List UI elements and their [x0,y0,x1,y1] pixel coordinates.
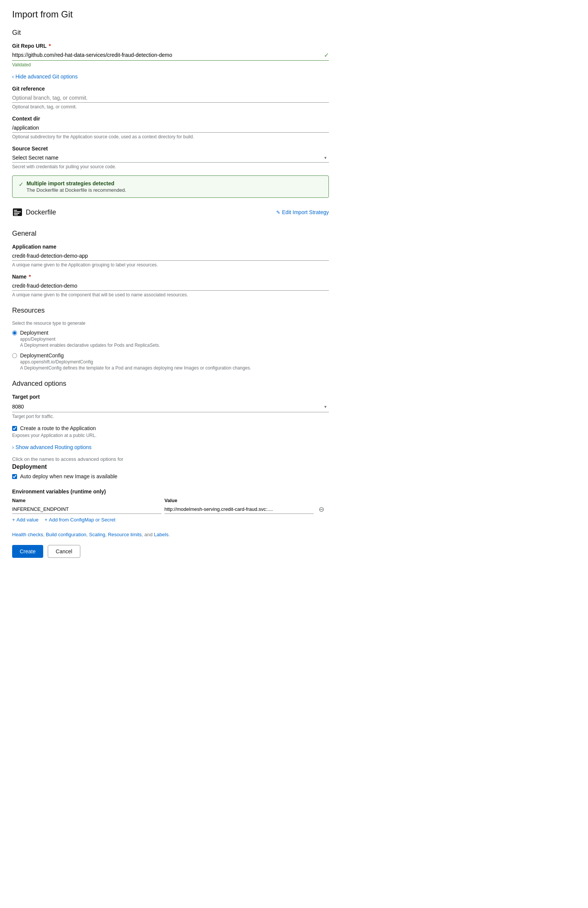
deploymentconfig-option: DeploymentConfig apps.openshift.io/Deplo… [12,353,329,370]
add-configmap-button[interactable]: + Add from ConfigMap or Secret [44,517,115,523]
required-indicator: * [49,43,51,49]
general-section: General Application name A unique name g… [12,230,329,298]
deploymentconfig-option-content: DeploymentConfig apps.openshift.io/Deplo… [20,353,251,370]
chevron-right-icon: › [12,444,14,450]
git-reference-hint: Optional branch, tag, or commit. [12,104,329,109]
build-config-link[interactable]: Build configuration [46,532,87,538]
click-names-hint: Click on the names to access advanced op… [12,456,329,462]
create-route-checkbox[interactable] [12,426,17,431]
scaling-link[interactable]: Scaling [89,532,105,538]
target-port-select[interactable]: 8080 [12,401,329,412]
git-reference-label: Git reference [12,85,329,92]
validated-check-icon: ✓ [324,52,329,59]
deployment-sublabel: apps/Deployment [20,336,160,342]
git-repo-url-label: Git Repo URL * [12,43,329,49]
dockerfile-icon [12,207,23,217]
git-repo-url-input[interactable] [12,50,321,60]
hide-advanced-git-toggle[interactable]: ‹ Hide advanced Git options [12,74,78,80]
advanced-links-section: Health checks, Build configuration, Scal… [12,532,329,538]
strategy-header: Dockerfile ✎ Edit Import Strategy [12,207,329,222]
deployment-section-label: Deployment [12,464,329,470]
auto-deploy-checkbox[interactable] [12,474,17,479]
git-section-title: Git [12,29,329,37]
show-routing-toggle[interactable]: › Show advanced Routing options [12,444,91,450]
context-dir-input[interactable] [12,123,329,133]
add-env-links-row: + Add value + Add from ConfigMap or Secr… [12,517,329,523]
context-dir-hint: Optional subdirectory for the Applicatio… [12,134,329,140]
deployment-radio[interactable] [12,330,17,335]
svg-rect-2 [14,211,21,212]
source-secret-hint: Secret with credentials for pulling your… [12,164,329,169]
page-title: Import from Git [12,9,329,20]
svg-rect-1 [14,210,17,211]
form-actions: Create Cancel [12,545,329,558]
deploymentconfig-sublabel: apps.openshift.io/DeploymentConfig [20,359,251,365]
create-route-label[interactable]: Create a route to the Application [20,425,96,431]
app-name-hint: A unique name given to the Application g… [12,262,329,267]
name-label: Name * [12,274,329,280]
resources-subtitle: Select the resource type to generate [12,320,329,326]
source-secret-group: Source Secret Select Secret name Secret … [12,145,329,169]
labels-link[interactable]: Labels [154,532,168,538]
create-route-hint: Exposes your Application at a public URL… [12,433,329,438]
target-port-group: Target port 8080 Target port for traffic… [12,394,329,419]
env-table-row: ⊖ [12,505,329,514]
deployment-advanced-group: Click on the names to access advanced op… [12,456,329,480]
advanced-options-title: Advanced options [12,380,329,388]
app-name-input[interactable] [12,251,329,261]
git-reference-group: Git reference Optional branch, tag, or c… [12,85,329,109]
plus-icon-2: + [44,517,47,523]
target-port-select-wrapper: 8080 [12,401,329,412]
context-dir-group: Context dir Optional subdirectory for th… [12,116,329,140]
create-route-group: Create a route to the Application Expose… [12,425,329,438]
edit-import-strategy-button[interactable]: ✎ Edit Import Strategy [276,209,329,215]
resources-section: Resources Select the resource type to ge… [12,307,329,370]
pencil-icon: ✎ [276,209,280,215]
deployment-option-content: Deployment apps/Deployment A Deployment … [20,330,160,348]
env-vars-section: Environment variables (runtime only) Nam… [12,488,329,523]
advanced-options-section: Advanced options Target port 8080 Target… [12,380,329,480]
app-name-label: Application name [12,244,329,250]
env-table-header: Name Value [12,497,329,503]
deployment-option: Deployment apps/Deployment A Deployment … [12,330,329,348]
cancel-button[interactable]: Cancel [48,545,80,558]
validated-text: Validated [12,62,329,68]
strategy-title: Dockerfile [12,207,56,217]
git-reference-input[interactable] [12,93,329,103]
health-checks-link[interactable]: Health checks [12,532,43,538]
deploymentconfig-radio[interactable] [12,353,17,358]
target-port-hint: Target port for traffic. [12,414,329,419]
git-repo-url-row: ✓ [12,50,329,61]
resource-type-radio-group: Deployment apps/Deployment A Deployment … [12,330,329,370]
source-secret-select-wrapper: Select Secret name [12,153,329,163]
env-vars-title: Environment variables (runtime only) [12,488,329,494]
app-name-group: Application name A unique name given to … [12,244,329,267]
env-name-input[interactable] [12,505,161,514]
name-hint: A unique name given to the component tha… [12,292,329,298]
name-required-indicator: * [29,274,31,280]
import-strategy-alert: ✓ Multiple import strategies detected Th… [12,175,329,198]
svg-rect-3 [14,213,19,214]
auto-deploy-label[interactable]: Auto deploy when new Image is available [20,473,117,480]
resource-limits-link[interactable]: Resource limits [108,532,142,538]
add-value-button[interactable]: + Add value [12,517,38,523]
git-repo-url-group: Git Repo URL * ✓ Validated [12,43,329,68]
alert-body: The Dockerfile at Dockerfile is recommen… [27,187,126,193]
source-secret-label: Source Secret [12,145,329,151]
env-table: Name Value ⊖ [12,497,329,514]
env-name-col-header: Name [12,497,161,503]
deployment-desc: A Deployment enables declarative updates… [20,343,160,348]
env-value-input[interactable] [164,505,314,514]
env-row-remove-button[interactable]: ⊖ [317,505,326,514]
deploymentconfig-label[interactable]: DeploymentConfig [20,353,64,359]
name-input[interactable] [12,281,329,291]
env-value-col-header: Value [164,497,314,503]
auto-deploy-checkbox-row: Auto deploy when new Image is available [12,473,329,480]
source-secret-select[interactable]: Select Secret name [12,153,329,162]
alert-content: Multiple import strategies detected The … [27,180,126,193]
plus-icon: + [12,517,15,523]
target-port-label: Target port [12,394,329,400]
deployment-label[interactable]: Deployment [20,330,48,336]
create-button[interactable]: Create [12,545,43,558]
name-group: Name * A unique name given to the compon… [12,274,329,298]
